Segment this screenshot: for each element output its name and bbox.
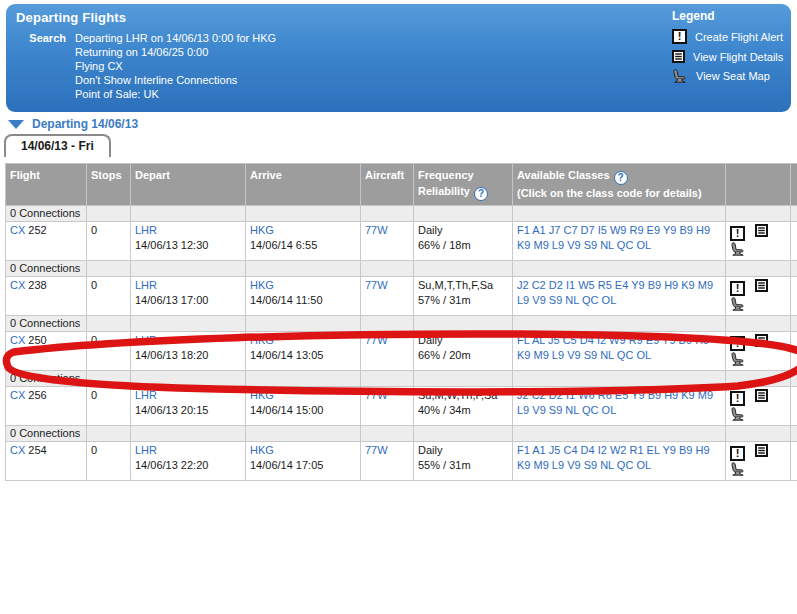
connections-row: 0 Connections: [6, 371, 797, 387]
seat-map-icon: [672, 69, 688, 83]
classes-header-text: Available Classes: [517, 169, 610, 181]
connections-row: 0 Connections: [6, 206, 797, 222]
connections-label: 0 Connections: [6, 206, 87, 222]
create-flight-alert-icon[interactable]: !: [730, 446, 745, 461]
col-available-classes: Available Classes? (Click on the class c…: [513, 164, 726, 206]
collapse-triangle-icon[interactable]: [8, 120, 24, 129]
flight-number: 238: [28, 279, 46, 291]
arrive-datetime: 14/06/14 17:05: [250, 458, 356, 473]
flight-row-cx252: CX 252 0 LHR14/06/13 12:30 HKG14/06/14 6…: [6, 222, 797, 261]
flight-number: 256: [28, 389, 46, 401]
flights-table: Flight Stops Depart Arrive Aircraft Freq…: [5, 163, 797, 481]
view-seat-map-icon[interactable]: [730, 407, 746, 421]
depart-datetime: 14/06/13 22:20: [135, 458, 241, 473]
aircraft-link[interactable]: 77W: [365, 444, 388, 456]
col-flight: Flight: [6, 164, 87, 206]
flight-number: 252: [28, 224, 46, 236]
flight-carrier-link[interactable]: CX: [10, 224, 25, 236]
classes-help-icon[interactable]: ?: [614, 171, 628, 185]
reliability-help-icon[interactable]: ?: [474, 187, 488, 201]
legend-label: View Flight Details: [693, 51, 783, 63]
flight-carrier-link[interactable]: CX: [10, 444, 25, 456]
search-summary: Search Departing LHR on 14/06/13 0:00 fo…: [20, 31, 276, 101]
flight-row-cx250: CX 250 0 LHR14/06/13 18:20 HKG14/06/14 1…: [6, 332, 797, 371]
view-seat-map-icon[interactable]: [730, 242, 746, 256]
search-label: Search: [20, 31, 66, 101]
arrive-datetime: 14/06/14 11:50: [250, 293, 356, 308]
connections-label: 0 Connections: [6, 261, 87, 277]
tab-label: 14/06/13 - Fri: [21, 139, 94, 153]
depart-datetime: 14/06/13 20:15: [135, 403, 241, 418]
create-flight-alert-icon[interactable]: !: [730, 226, 745, 241]
tab-date[interactable]: 14/06/13 - Fri: [4, 134, 111, 157]
legend: Legend ! Create Flight Alert View Flight…: [672, 9, 783, 83]
frequency-header-text: Frequency: [418, 167, 508, 183]
flight-carrier-link[interactable]: CX: [10, 389, 25, 401]
arrive-datetime: 14/06/14 15:00: [250, 403, 356, 418]
flight-number: 254: [28, 444, 46, 456]
table-header-row: Flight Stops Depart Arrive Aircraft Freq…: [6, 164, 797, 206]
arrive-airport-link[interactable]: HKG: [250, 224, 274, 236]
connections-label: 0 Connections: [6, 316, 87, 332]
view-flight-details-icon[interactable]: [755, 389, 768, 402]
flight-carrier-link[interactable]: CX: [10, 334, 25, 346]
depart-datetime: 14/06/13 17:00: [135, 293, 241, 308]
search-line-airline: Flying CX: [75, 59, 276, 73]
view-flight-details-icon[interactable]: [755, 224, 768, 237]
connections-label: 0 Connections: [6, 426, 87, 442]
depart-airport-link[interactable]: LHR: [135, 334, 157, 346]
stops-value: 0: [87, 277, 131, 316]
view-seat-map-icon[interactable]: [730, 352, 746, 366]
class-codes[interactable]: J2 C2 D2 I1 W5 R5 E4 Y9 B9 H9 K9 M9 L9 V…: [517, 279, 713, 306]
depart-airport-link[interactable]: LHR: [135, 279, 157, 291]
col-arrive: Arrive: [246, 164, 361, 206]
search-line-returning: Returning on 14/06/25 0:00: [75, 45, 276, 59]
view-flight-details-icon[interactable]: [755, 279, 768, 292]
legend-label: Create Flight Alert: [695, 31, 783, 43]
search-line-pos: Point of Sale: UK: [75, 87, 276, 101]
arrive-airport-link[interactable]: HKG: [250, 334, 274, 346]
aircraft-link[interactable]: 77W: [365, 334, 388, 346]
arrive-airport-link[interactable]: HKG: [250, 444, 274, 456]
col-frequency-reliability: Frequency Reliability?: [414, 164, 513, 206]
create-flight-alert-icon[interactable]: !: [730, 391, 745, 406]
reliability-value: 55% / 31m: [418, 458, 508, 473]
class-codes[interactable]: F1 A1 J7 C7 D7 I5 W9 R9 E9 Y9 B9 H9 K9 M…: [517, 224, 710, 251]
flight-row-cx254: CX 254 0 LHR14/06/13 22:20 HKG14/06/14 1…: [6, 442, 797, 481]
section-header-departing[interactable]: Departing 14/06/13: [8, 117, 138, 131]
departing-flights-page: Departing Flights Search Departing LHR o…: [0, 0, 797, 614]
stops-value: 0: [87, 222, 131, 261]
class-codes[interactable]: F1 A1 J5 C4 D4 I2 W2 R1 EL Y9 B9 H9 K9 M…: [517, 444, 710, 471]
create-flight-alert-icon[interactable]: !: [730, 336, 745, 351]
legend-item-seat-map: View Seat Map: [672, 69, 783, 83]
depart-airport-link[interactable]: LHR: [135, 389, 157, 401]
page-title: Departing Flights: [16, 10, 126, 25]
depart-airport-link[interactable]: LHR: [135, 224, 157, 236]
frequency-value: Daily: [418, 223, 508, 238]
view-flight-details-icon[interactable]: [755, 334, 768, 347]
arrive-datetime: 14/06/14 6:55: [250, 238, 356, 253]
legend-label: View Seat Map: [696, 70, 770, 82]
depart-datetime: 14/06/13 18:20: [135, 348, 241, 363]
flight-carrier-link[interactable]: CX: [10, 279, 25, 291]
create-flight-alert-icon[interactable]: !: [730, 281, 745, 296]
class-codes[interactable]: J2 C2 D2 I1 W6 R6 E5 Y9 B9 H9 K9 M9 L9 V…: [517, 389, 713, 416]
reliability-value: 66% / 18m: [418, 238, 508, 253]
col-depart: Depart: [131, 164, 246, 206]
aircraft-link[interactable]: 77W: [365, 389, 388, 401]
view-seat-map-icon[interactable]: [730, 462, 746, 476]
depart-airport-link[interactable]: LHR: [135, 444, 157, 456]
aircraft-link[interactable]: 77W: [365, 224, 388, 236]
view-seat-map-icon[interactable]: [730, 297, 746, 311]
arrive-airport-link[interactable]: HKG: [250, 279, 274, 291]
arrive-datetime: 14/06/14 13:05: [250, 348, 356, 363]
connections-row: 0 Connections: [6, 426, 797, 442]
aircraft-link[interactable]: 77W: [365, 279, 388, 291]
flight-row-cx238: CX 238 0 LHR14/06/13 17:00 HKG14/06/14 1…: [6, 277, 797, 316]
view-flight-details-icon[interactable]: [755, 444, 768, 457]
col-actions: [726, 164, 791, 206]
arrive-airport-link[interactable]: HKG: [250, 389, 274, 401]
flight-details-icon: [672, 50, 685, 63]
class-codes[interactable]: FL AL J5 C5 D4 I2 W9 R9 E9 Y9 B9 H9 K9 M…: [517, 334, 709, 361]
flight-number: 250: [28, 334, 46, 346]
